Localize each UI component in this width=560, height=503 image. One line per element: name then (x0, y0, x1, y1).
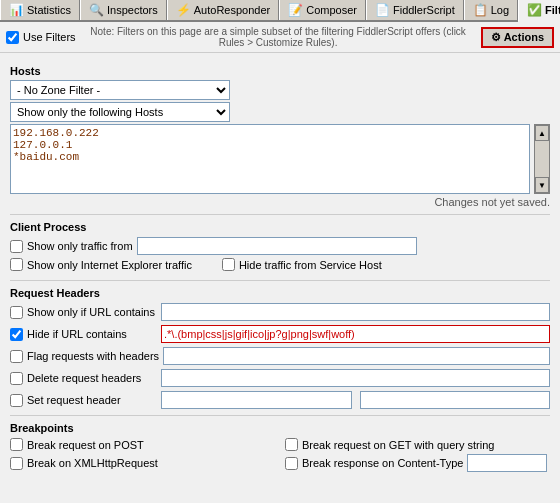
bp-post-label: Break request on POST (27, 439, 144, 451)
bp-content-type-input[interactable] (467, 454, 547, 472)
scroll-up-btn[interactable]: ▲ (535, 125, 549, 141)
set-header-row: Set request header (10, 391, 550, 409)
show-if-url-checkbox[interactable] (10, 306, 23, 319)
hide-if-url-input[interactable] (161, 325, 550, 343)
hide-service-label: Hide traffic from Service Host (239, 259, 382, 271)
bp-post-row: Break request on POST (10, 438, 275, 451)
host-list-textarea[interactable]: 192.168.0.222 127.0.0.1 *baidu.com (10, 124, 530, 194)
flag-headers-row: Flag requests with headers (10, 347, 550, 365)
bp-grid: Break request on POST Break request on G… (10, 438, 550, 472)
host-list-row: 192.168.0.222 127.0.0.1 *baidu.com ▲ ▼ (10, 124, 550, 194)
set-header-input2[interactable] (360, 391, 551, 409)
actions-button[interactable]: ⚙ Actions (481, 27, 554, 48)
hide-service-row: Hide traffic from Service Host (222, 258, 382, 271)
tab-log[interactable]: 📋 Log (464, 0, 518, 20)
request-headers-label: Request Headers (10, 287, 550, 299)
host-dropdowns: - No Zone Filter - Show only the followi… (10, 80, 550, 122)
use-filters-checkbox[interactable] (6, 31, 19, 44)
breakpoints-label: Breakpoints (10, 422, 550, 434)
hide-service-checkbox[interactable] (222, 258, 235, 271)
tab-filters[interactable]: ✅ Filters (518, 0, 560, 22)
tab-inspectors[interactable]: 🔍 Inspectors (80, 0, 167, 20)
delete-headers-row: Delete request headers (10, 369, 550, 387)
bp-content-type-checkbox[interactable] (285, 457, 298, 470)
inspectors-icon: 🔍 (89, 3, 104, 17)
client-process-section: Show only traffic from Show only Interne… (10, 237, 550, 274)
set-header-label: Set request header (27, 394, 157, 406)
scroll-track (535, 141, 549, 177)
show-traffic-row: Show only traffic from (10, 237, 550, 255)
bp-get-label: Break request on GET with query string (302, 439, 494, 451)
bp-xmlhttp-label: Break on XMLHttpRequest (27, 457, 158, 469)
log-icon: 📋 (473, 3, 488, 17)
show-if-url-row: Show only if URL contains (10, 303, 550, 321)
flag-headers-checkbox[interactable] (10, 350, 23, 363)
client-process-label: Client Process (10, 221, 550, 233)
divider-1 (10, 214, 550, 215)
bp-get-checkbox[interactable] (285, 438, 298, 451)
show-traffic-label: Show only traffic from (27, 240, 133, 252)
main-content: Hosts - No Zone Filter - Show only the f… (0, 53, 560, 498)
show-option-select[interactable]: Show only the following Hosts (10, 102, 230, 122)
hide-if-url-label: Hide if URL contains (27, 328, 157, 340)
set-header-input1[interactable] (161, 391, 352, 409)
use-filters-area: Use Filters (6, 31, 76, 44)
filter-note: Note: Filters on this page are a simple … (84, 26, 473, 48)
tab-composer[interactable]: 📝 Composer (279, 0, 366, 20)
show-ie-checkbox[interactable] (10, 258, 23, 271)
tab-statistics[interactable]: 📊 Statistics (0, 0, 80, 20)
hosts-section-label: Hosts (10, 65, 550, 77)
tab-autoresponder[interactable]: ⚡ AutoResponder (167, 0, 279, 20)
delete-headers-label: Delete request headers (27, 372, 157, 384)
show-if-url-label: Show only if URL contains (27, 306, 157, 318)
statistics-icon: 📊 (9, 3, 24, 17)
bp-content-type-row: Break response on Content-Type (285, 454, 550, 472)
bp-xmlhttp-row: Break on XMLHttpRequest (10, 454, 275, 472)
host-scrollbar[interactable]: ▲ ▼ (534, 124, 550, 194)
changes-note: Changes not yet saved. (10, 196, 550, 208)
bp-post-checkbox[interactable] (10, 438, 23, 451)
tab-bar: 📊 Statistics 🔍 Inspectors ⚡ AutoResponde… (0, 0, 560, 22)
show-traffic-checkbox[interactable] (10, 240, 23, 253)
filters-icon: ✅ (527, 3, 542, 17)
bp-get-row: Break request on GET with query string (285, 438, 550, 451)
show-ie-row: Show only Internet Explorer traffic (10, 258, 192, 271)
request-headers-section: Show only if URL contains Hide if URL co… (10, 303, 550, 409)
flag-headers-input[interactable] (163, 347, 550, 365)
scroll-down-btn[interactable]: ▼ (535, 177, 549, 193)
hide-if-url-checkbox[interactable] (10, 328, 23, 341)
bp-xmlhttp-checkbox[interactable] (10, 457, 23, 470)
bp-content-type-label: Break response on Content-Type (302, 457, 463, 469)
delete-headers-checkbox[interactable] (10, 372, 23, 385)
flag-headers-label: Flag requests with headers (27, 350, 159, 362)
show-traffic-input[interactable] (137, 237, 417, 255)
fiddlerscript-icon: 📄 (375, 3, 390, 17)
show-ie-label: Show only Internet Explorer traffic (27, 259, 192, 271)
zone-filter-select[interactable]: - No Zone Filter - (10, 80, 230, 100)
autoresponder-icon: ⚡ (176, 3, 191, 17)
toolbar: Use Filters Note: Filters on this page a… (0, 22, 560, 53)
composer-icon: 📝 (288, 3, 303, 17)
use-filters-label: Use Filters (23, 31, 76, 43)
divider-2 (10, 280, 550, 281)
hide-if-url-row: Hide if URL contains (10, 325, 550, 343)
actions-icon: ⚙ (491, 31, 501, 44)
tab-fiddlerscript[interactable]: 📄 FiddlerScript (366, 0, 464, 20)
delete-headers-input[interactable] (161, 369, 550, 387)
breakpoints-section: Break request on POST Break request on G… (10, 438, 550, 472)
divider-3 (10, 415, 550, 416)
show-if-url-input[interactable] (161, 303, 550, 321)
set-header-checkbox[interactable] (10, 394, 23, 407)
